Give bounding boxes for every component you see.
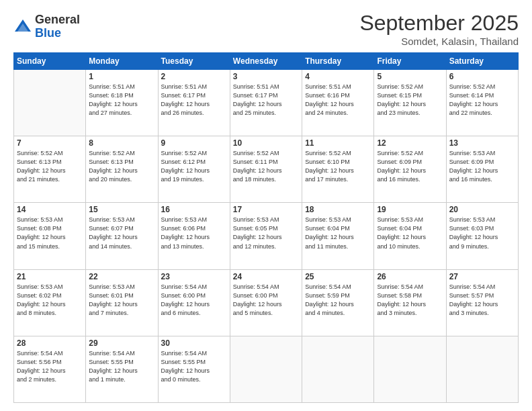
calendar-cell: 5Sunrise: 5:52 AM Sunset: 6:15 PM Daylig… [374, 70, 446, 136]
day-detail: Sunrise: 5:51 AM Sunset: 6:17 PM Dayligh… [233, 83, 299, 118]
day-detail: Sunrise: 5:51 AM Sunset: 6:17 PM Dayligh… [161, 83, 227, 118]
logo-general: General [35, 13, 80, 27]
day-detail: Sunrise: 5:54 AM Sunset: 5:55 PM Dayligh… [161, 349, 227, 384]
calendar-cell: 18Sunrise: 5:53 AM Sunset: 6:04 PM Dayli… [302, 203, 374, 269]
col-saturday: Saturday [446, 53, 518, 70]
calendar-cell: 26Sunrise: 5:54 AM Sunset: 5:58 PM Dayli… [374, 269, 446, 336]
location: Somdet, Kalasin, Thailand [359, 36, 519, 47]
calendar-cell: 3Sunrise: 5:51 AM Sunset: 6:17 PM Daylig… [230, 70, 302, 136]
day-number: 1 [89, 72, 154, 81]
header: General Blue September 2025 Somdet, Kala… [13, 11, 519, 47]
calendar-cell: 23Sunrise: 5:54 AM Sunset: 6:00 PM Dayli… [158, 269, 230, 336]
day-detail: Sunrise: 5:53 AM Sunset: 6:03 PM Dayligh… [449, 216, 515, 250]
day-detail: Sunrise: 5:53 AM Sunset: 6:05 PM Dayligh… [233, 216, 299, 250]
calendar-cell: 9Sunrise: 5:52 AM Sunset: 6:12 PM Daylig… [158, 136, 230, 203]
day-detail: Sunrise: 5:53 AM Sunset: 6:04 PM Dayligh… [377, 216, 443, 250]
calendar-cell: 15Sunrise: 5:53 AM Sunset: 6:07 PM Dayli… [86, 203, 158, 269]
day-number: 2 [161, 72, 227, 81]
day-number: 24 [233, 272, 299, 281]
day-detail: Sunrise: 5:51 AM Sunset: 6:18 PM Dayligh… [89, 83, 154, 118]
calendar-row-5: 28Sunrise: 5:54 AM Sunset: 5:56 PM Dayli… [14, 336, 519, 402]
day-detail: Sunrise: 5:54 AM Sunset: 5:55 PM Dayligh… [89, 349, 154, 384]
day-detail: Sunrise: 5:52 AM Sunset: 6:09 PM Dayligh… [377, 149, 443, 184]
calendar-cell: 28Sunrise: 5:54 AM Sunset: 5:56 PM Dayli… [14, 336, 86, 402]
day-detail: Sunrise: 5:53 AM Sunset: 6:01 PM Dayligh… [89, 283, 154, 318]
calendar-cell: 12Sunrise: 5:52 AM Sunset: 6:09 PM Dayli… [374, 136, 446, 203]
day-detail: Sunrise: 5:52 AM Sunset: 6:13 PM Dayligh… [89, 149, 154, 184]
day-detail: Sunrise: 5:53 AM Sunset: 6:07 PM Dayligh… [89, 216, 154, 250]
calendar-cell: 25Sunrise: 5:54 AM Sunset: 5:59 PM Dayli… [302, 269, 374, 336]
calendar-cell: 7Sunrise: 5:52 AM Sunset: 6:13 PM Daylig… [14, 136, 86, 203]
day-number: 25 [305, 272, 371, 281]
day-detail: Sunrise: 5:53 AM Sunset: 6:09 PM Dayligh… [449, 149, 515, 184]
day-detail: Sunrise: 5:52 AM Sunset: 6:15 PM Dayligh… [377, 83, 443, 118]
day-detail: Sunrise: 5:54 AM Sunset: 5:56 PM Dayligh… [17, 349, 83, 384]
title-block: September 2025 Somdet, Kalasin, Thailand [359, 11, 519, 47]
day-number: 28 [17, 338, 83, 348]
day-detail: Sunrise: 5:53 AM Sunset: 6:02 PM Dayligh… [17, 283, 83, 318]
day-number: 19 [377, 205, 443, 214]
day-detail: Sunrise: 5:53 AM Sunset: 6:04 PM Dayligh… [305, 216, 371, 250]
col-sunday: Sunday [14, 53, 86, 70]
day-number: 29 [89, 338, 154, 348]
day-number: 20 [449, 205, 515, 214]
calendar-cell: 21Sunrise: 5:53 AM Sunset: 6:02 PM Dayli… [14, 269, 86, 336]
day-number: 30 [161, 338, 227, 348]
day-detail: Sunrise: 5:52 AM Sunset: 6:14 PM Dayligh… [449, 83, 515, 118]
calendar-cell: 16Sunrise: 5:53 AM Sunset: 6:06 PM Dayli… [158, 203, 230, 269]
day-number: 17 [233, 205, 299, 214]
logo-icon [13, 18, 32, 37]
col-thursday: Thursday [302, 53, 374, 70]
calendar-cell: 24Sunrise: 5:54 AM Sunset: 6:00 PM Dayli… [230, 269, 302, 336]
day-number: 15 [89, 205, 154, 214]
col-wednesday: Wednesday [230, 53, 302, 70]
day-detail: Sunrise: 5:54 AM Sunset: 5:57 PM Dayligh… [449, 283, 515, 318]
calendar-cell: 2Sunrise: 5:51 AM Sunset: 6:17 PM Daylig… [158, 70, 230, 136]
day-number: 11 [305, 138, 371, 148]
calendar-cell [302, 336, 374, 402]
day-number: 5 [377, 72, 443, 81]
day-detail: Sunrise: 5:51 AM Sunset: 6:16 PM Dayligh… [305, 83, 371, 118]
day-number: 14 [17, 205, 83, 214]
calendar-cell: 19Sunrise: 5:53 AM Sunset: 6:04 PM Dayli… [374, 203, 446, 269]
calendar-cell: 30Sunrise: 5:54 AM Sunset: 5:55 PM Dayli… [158, 336, 230, 402]
day-detail: Sunrise: 5:52 AM Sunset: 6:12 PM Dayligh… [161, 149, 227, 184]
day-detail: Sunrise: 5:52 AM Sunset: 6:13 PM Dayligh… [17, 149, 83, 184]
calendar-row-4: 21Sunrise: 5:53 AM Sunset: 6:02 PM Dayli… [14, 269, 519, 336]
day-number: 21 [17, 272, 83, 281]
day-number: 13 [449, 138, 515, 148]
calendar-row-3: 14Sunrise: 5:53 AM Sunset: 6:08 PM Dayli… [14, 203, 519, 269]
col-tuesday: Tuesday [158, 53, 230, 70]
day-detail: Sunrise: 5:54 AM Sunset: 5:59 PM Dayligh… [305, 283, 371, 318]
calendar-cell: 1Sunrise: 5:51 AM Sunset: 6:18 PM Daylig… [86, 70, 158, 136]
calendar-cell: 11Sunrise: 5:52 AM Sunset: 6:10 PM Dayli… [302, 136, 374, 203]
day-detail: Sunrise: 5:53 AM Sunset: 6:06 PM Dayligh… [161, 216, 227, 250]
calendar-cell [14, 70, 86, 136]
day-detail: Sunrise: 5:52 AM Sunset: 6:11 PM Dayligh… [233, 149, 299, 184]
day-number: 4 [305, 72, 371, 81]
calendar-cell [374, 336, 446, 402]
day-number: 12 [377, 138, 443, 148]
calendar-cell [230, 336, 302, 402]
calendar-cell: 17Sunrise: 5:53 AM Sunset: 6:05 PM Dayli… [230, 203, 302, 269]
calendar-cell [446, 336, 518, 402]
calendar-cell: 20Sunrise: 5:53 AM Sunset: 6:03 PM Dayli… [446, 203, 518, 269]
day-detail: Sunrise: 5:53 AM Sunset: 6:08 PM Dayligh… [17, 216, 83, 250]
day-number: 8 [89, 138, 154, 148]
month-title: September 2025 [359, 11, 519, 36]
calendar-cell: 27Sunrise: 5:54 AM Sunset: 5:57 PM Dayli… [446, 269, 518, 336]
day-detail: Sunrise: 5:52 AM Sunset: 6:10 PM Dayligh… [305, 149, 371, 184]
day-detail: Sunrise: 5:54 AM Sunset: 6:00 PM Dayligh… [233, 283, 299, 318]
day-number: 26 [377, 272, 443, 281]
day-number: 23 [161, 272, 227, 281]
logo-text: General Blue [35, 13, 80, 40]
day-number: 27 [449, 272, 515, 281]
logo: General Blue [13, 13, 80, 40]
day-number: 3 [233, 72, 299, 81]
calendar-row-2: 7Sunrise: 5:52 AM Sunset: 6:13 PM Daylig… [14, 136, 519, 203]
calendar-cell: 6Sunrise: 5:52 AM Sunset: 6:14 PM Daylig… [446, 70, 518, 136]
calendar-row-1: 1Sunrise: 5:51 AM Sunset: 6:18 PM Daylig… [14, 70, 519, 136]
col-monday: Monday [86, 53, 158, 70]
calendar-cell: 22Sunrise: 5:53 AM Sunset: 6:01 PM Dayli… [86, 269, 158, 336]
day-detail: Sunrise: 5:54 AM Sunset: 5:58 PM Dayligh… [377, 283, 443, 318]
